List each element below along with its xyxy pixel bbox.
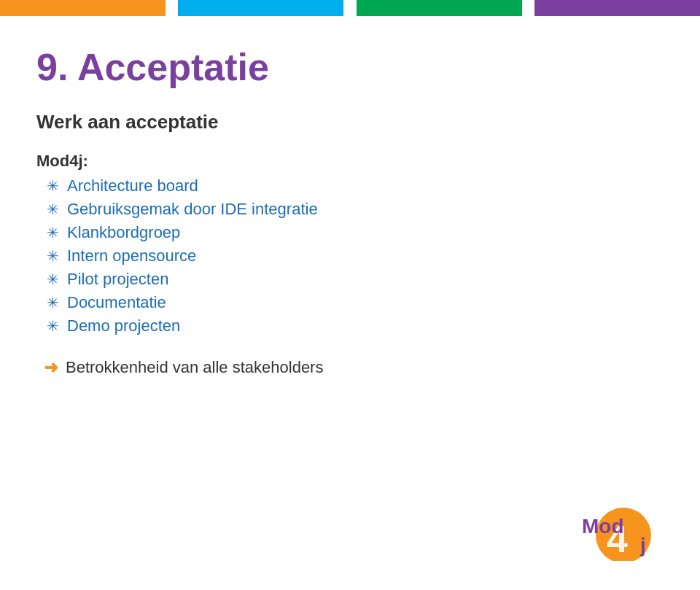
list-item-text-2: Gebruiksgemak door IDE integratie bbox=[67, 200, 318, 219]
list-item: ✳ Intern opensource bbox=[44, 247, 664, 265]
bar-gap3 bbox=[522, 0, 534, 16]
bar-gap2 bbox=[343, 0, 356, 16]
list-item-text-6: Documentatie bbox=[67, 293, 166, 312]
bar-green bbox=[357, 0, 522, 16]
list-item: ✳ Architecture board bbox=[44, 176, 664, 195]
top-color-bar bbox=[0, 0, 700, 16]
list-item: ✳ Klankbordgroep bbox=[44, 223, 664, 242]
arrow-item-text: Betrokkenheid van alle stakeholders bbox=[66, 358, 323, 377]
list-item: ✳ Demo projecten bbox=[44, 317, 664, 335]
logo-container: 4 Mod j bbox=[576, 502, 664, 561]
arrow-icon: ➜ bbox=[44, 357, 58, 378]
page-title: 9. Acceptatie bbox=[36, 45, 664, 89]
list-item-text-3: Klankbordgroep bbox=[67, 223, 180, 242]
bar-purple bbox=[534, 0, 700, 16]
bar-gap1 bbox=[166, 0, 178, 16]
bullet-icon-5: ✳ bbox=[44, 271, 61, 288]
bar-cyan bbox=[178, 0, 343, 16]
svg-text:j: j bbox=[639, 534, 646, 556]
bullet-list: ✳ Architecture board ✳ Gebruiksgemak doo… bbox=[44, 176, 664, 335]
mod4j-logo: 4 Mod j bbox=[576, 502, 664, 561]
list-item-text-7: Demo projecten bbox=[67, 317, 180, 335]
list-item: ✳ Gebruiksgemak door IDE integratie bbox=[44, 200, 664, 219]
list-item-text-1: Architecture board bbox=[67, 176, 198, 195]
bullet-icon-2: ✳ bbox=[44, 201, 61, 218]
bullet-icon-3: ✳ bbox=[44, 224, 61, 241]
list-item: ✳ Pilot projecten bbox=[44, 270, 664, 289]
main-content: 9. Acceptatie Werk aan acceptatie Mod4j:… bbox=[0, 16, 700, 407]
bullet-icon-6: ✳ bbox=[44, 294, 61, 311]
bar-orange bbox=[0, 0, 166, 16]
bullet-icon-1: ✳ bbox=[44, 177, 61, 195]
svg-text:Mod: Mod bbox=[582, 515, 624, 537]
bullet-icon-7: ✳ bbox=[44, 317, 61, 335]
mod4j-label: Mod4j: bbox=[36, 152, 664, 171]
subtitle: Werk aan acceptatie bbox=[36, 111, 664, 133]
list-item: ✳ Documentatie bbox=[44, 293, 664, 312]
arrow-item: ➜ Betrokkenheid van alle stakeholders bbox=[44, 357, 664, 378]
list-item-text-5: Pilot projecten bbox=[67, 270, 168, 289]
list-item-text-4: Intern opensource bbox=[67, 247, 196, 265]
bullet-icon-4: ✳ bbox=[44, 247, 61, 265]
